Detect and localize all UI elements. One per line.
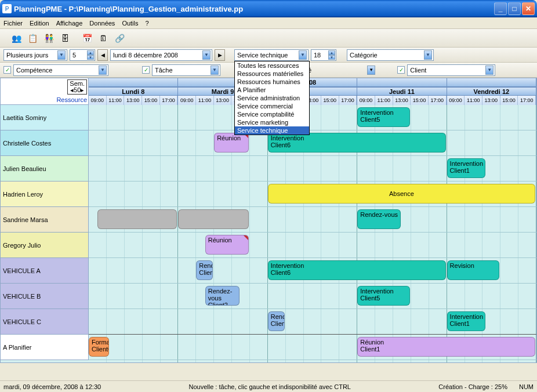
day-header-label: Jeudi 11 [357, 87, 446, 96]
resource-label[interactable]: Hadrien Leroy [1, 182, 89, 207]
option-admin[interactable]: Service administration [235, 94, 309, 102]
task-block[interactable] [97, 209, 177, 229]
resource-label[interactable]: Julien Beaulieu [1, 156, 89, 182]
menu-fichier[interactable]: Fichier [3, 20, 23, 27]
status-bar: mardi, 09 décembre, 2008 à 12:30 Nouvell… [0, 380, 537, 392]
resource-header[interactable]: Ressource [56, 96, 87, 103]
resource-label[interactable]: VEHICULE C [1, 309, 89, 335]
category-label: Catégorie [350, 52, 424, 59]
category-combo[interactable]: Catégorie▼ [347, 49, 434, 61]
task-block[interactable]: InterventionClient6 [268, 133, 446, 153]
tache-checkbox[interactable]: ✓ [142, 66, 150, 74]
chevron-down-icon[interactable]: ▼ [367, 66, 375, 75]
chevron-down-icon: ▼ [299, 50, 307, 60]
task-block[interactable]: Réunion [205, 235, 249, 255]
resource-label[interactable]: VEHICULE A [1, 258, 89, 284]
task-block[interactable]: RéunionClient1 [357, 337, 535, 357]
option-planifier[interactable]: A Planifier [235, 86, 309, 94]
link-icon[interactable]: 🔗 [113, 31, 126, 45]
competence-checkbox[interactable]: ✓ [3, 66, 11, 74]
date-combo[interactable]: lundi 8 décembre 2008▼ [110, 49, 212, 61]
chevron-down-icon: ▼ [424, 50, 432, 60]
menu-help[interactable]: ? [146, 20, 149, 27]
resource-filter-dropdown[interactable]: Toutes les ressources Ressources matérie… [234, 61, 310, 135]
menu-edition[interactable]: Edition [30, 20, 49, 27]
resource-label[interactable]: Sandrine Marsa [1, 207, 89, 233]
task-block[interactable]: FormationClient6 [89, 337, 109, 357]
menu-outils[interactable]: Outils [122, 20, 138, 27]
chevron-down-icon: ▼ [99, 66, 107, 75]
task-block[interactable]: InterventionClient1 [447, 158, 485, 178]
server-icon[interactable]: 🗄 [58, 31, 72, 45]
option-material[interactable]: Ressources matérielles [235, 70, 309, 78]
resource-icon[interactable]: 📋 [26, 31, 39, 45]
date-next-button[interactable]: ▶ [215, 49, 225, 61]
calendar-add-icon[interactable]: 📅 [80, 31, 94, 45]
task-block[interactable]: Rendez-vous [357, 209, 401, 229]
control-row-1: Plusieurs jours▼ 5 ▲▼ ◀ lundi 8 décembre… [0, 48, 537, 63]
people-icon[interactable]: 👫 [42, 31, 56, 45]
client-combo[interactable]: Client▼ [407, 64, 495, 76]
task-block[interactable]: Réunion [214, 133, 249, 153]
task-block[interactable]: Revision [447, 260, 500, 280]
option-technique[interactable]: Service technique [235, 126, 309, 135]
view-label: Plusieurs jours [6, 52, 57, 59]
menu-donnees[interactable]: Données [89, 20, 115, 27]
view-combo[interactable]: Plusieurs jours▼ [3, 49, 67, 61]
grid-rows: Laetitia SominyChristelle CostesJulien B… [1, 105, 536, 362]
option-all[interactable]: Toutes les ressources [235, 61, 309, 70]
spin-up-icon[interactable]: ▲ [87, 50, 94, 55]
client-checkbox[interactable]: ✓ [397, 66, 405, 74]
status-charge: Création - Charge : 25% [438, 383, 507, 390]
date-prev-button[interactable]: ◀ [97, 49, 108, 61]
filter-count-spinner[interactable]: 18 ▲▼ [311, 49, 336, 61]
day-header: Lundi 809:0011:0013:0015:0017:00Mardi 90… [89, 78, 536, 105]
option-compta[interactable]: Service comptabilité [235, 110, 309, 118]
minimize-button[interactable]: _ [494, 2, 507, 15]
filter-label: Service technique [237, 52, 299, 59]
task-block[interactable]: InterventionClient5 [357, 286, 410, 306]
spin-down-icon[interactable]: ▼ [87, 55, 94, 60]
day-header-label: Vendredi 12 [447, 87, 536, 96]
resource-filter-combo[interactable]: Service technique▼ Toutes les ressources… [234, 49, 309, 61]
calendar-view-icon[interactable]: 🗓 [96, 31, 110, 45]
competence-label: Compétence [16, 67, 99, 74]
day-header-label: Lundi 8 [89, 87, 177, 96]
close-button[interactable]: ✕ [522, 2, 535, 15]
resource-label[interactable]: Christelle Costes [1, 130, 89, 156]
week-selector[interactable]: Sem. ◂50▸ [67, 79, 87, 95]
task-block[interactable]: Rendez-vousClient2 [205, 286, 240, 306]
task-block[interactable]: RendeClient3 [196, 260, 213, 280]
filter-count: 18 [314, 52, 321, 59]
option-human[interactable]: Ressources humaines [235, 78, 309, 86]
task-block[interactable]: InterventionClient1 [447, 311, 485, 331]
group-icon[interactable]: 👥 [9, 31, 23, 45]
task-block[interactable]: RendeClient5 [268, 311, 285, 331]
status-num: NUM [519, 383, 534, 390]
spin-down-icon[interactable]: ▼ [328, 55, 335, 60]
count-spinner[interactable]: 5 ▲▼ [70, 49, 95, 61]
toolbar: 👥 📋 👫 🗄 📅 🗓 🔗 [0, 29, 537, 48]
task-block[interactable]: Absence [268, 184, 535, 204]
spin-up-icon[interactable]: ▲ [328, 50, 335, 55]
resource-label[interactable]: Gregory Julio [1, 233, 89, 258]
chevron-down-icon: ▼ [211, 66, 219, 75]
resource-label[interactable]: VEHICULE B [1, 284, 89, 309]
option-commercial[interactable]: Service commercial [235, 102, 309, 110]
chevron-down-icon: ▼ [202, 50, 211, 60]
maximize-button[interactable]: □ [508, 2, 521, 15]
task-block[interactable] [178, 209, 249, 229]
competence-combo[interactable]: Compétence▼ [13, 64, 108, 76]
option-marketing[interactable]: Service marketing [235, 118, 309, 126]
title-bar: P PlanningPME - P:\Planning\Planning_Ges… [0, 0, 537, 17]
resource-label[interactable]: Laetitia Sominy [1, 105, 89, 130]
window-title: PlanningPME - P:\Planning\Planning_Gesti… [14, 5, 494, 13]
status-hint: Nouvelle : tâche, clic gauche et indispo… [113, 383, 427, 390]
date-label: lundi 8 décembre 2008 [113, 52, 202, 59]
chevron-down-icon: ▼ [57, 50, 66, 60]
task-block[interactable]: InterventionClient5 [357, 107, 410, 127]
tache-combo[interactable]: Tâche▼ [152, 64, 220, 76]
task-block[interactable]: InterventionClient6 [268, 260, 446, 280]
menu-affichage[interactable]: Affichage [56, 20, 83, 27]
resource-label[interactable]: A Planifier [1, 335, 89, 360]
